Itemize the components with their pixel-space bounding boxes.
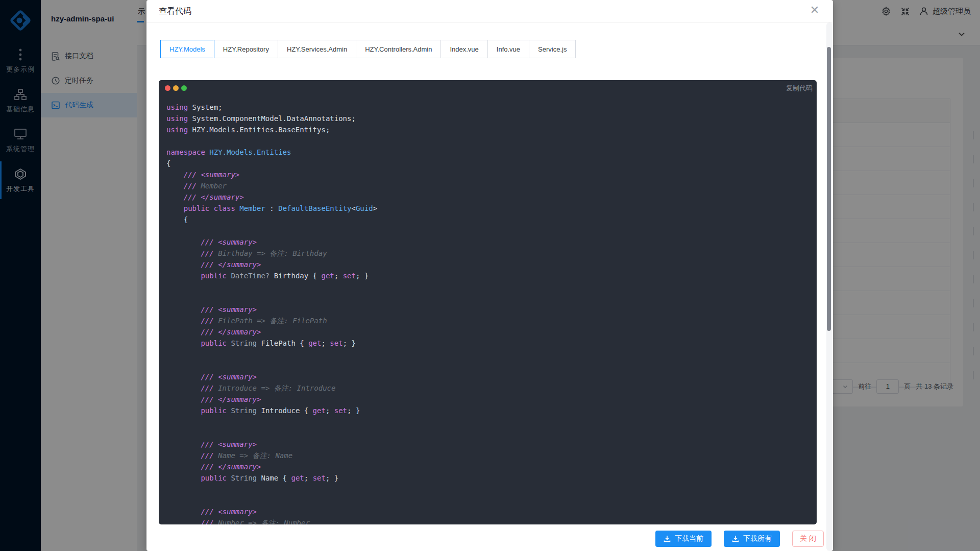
download-current-button[interactable]: 下载当前 [655,531,712,547]
app-root: 更多示例 基础信息 系统管理 [0,0,980,551]
close-icon[interactable]: ✕ [808,4,821,16]
modal-scrollbar-track[interactable] [826,22,832,551]
yellow-dot-icon [173,85,179,91]
download-current-label: 下载当前 [675,534,703,543]
download-all-label: 下载所有 [743,534,772,543]
tab-hzy-models[interactable]: HZY.Models [160,40,214,58]
modal-header: 查看代码 ✕ [146,0,833,22]
tab-index-vue[interactable]: Index.vue [440,40,487,58]
code-editor-block: 复制代码 using System;using System.Component… [159,80,817,524]
modal-title: 查看代码 [159,6,191,17]
tab-hzy-services-admin[interactable]: HZY.Services.Admin [278,40,356,58]
copy-code-button[interactable]: 复制代码 [786,84,813,93]
download-icon [732,535,739,542]
code-editor-topbar: 复制代码 [159,80,817,95]
download-icon [664,535,671,542]
tab-hzy-repository[interactable]: HZY.Repository [214,40,278,58]
tab-info-vue[interactable]: Info.vue [487,40,529,58]
close-button[interactable]: 关 闭 [792,531,824,547]
download-all-button[interactable]: 下载所有 [724,531,780,547]
modal-footer: 下载当前 下载所有 关 闭 [655,531,824,547]
green-dot-icon [181,85,187,91]
tab-service-js[interactable]: Service.js [529,40,576,58]
tab-hzy-controllers-admin[interactable]: HZY.Controllers.Admin [356,40,441,58]
view-code-modal: 查看代码 ✕ HZY.Models HZY.Repository HZY.Ser… [146,0,833,551]
code-content: using System;using System.ComponentModel… [159,95,817,524]
code-file-tabs: HZY.Models HZY.Repository HZY.Services.A… [160,40,576,58]
modal-scrollbar-thumb[interactable] [827,47,831,331]
red-dot-icon [165,85,170,91]
window-dots-icon [165,85,187,91]
